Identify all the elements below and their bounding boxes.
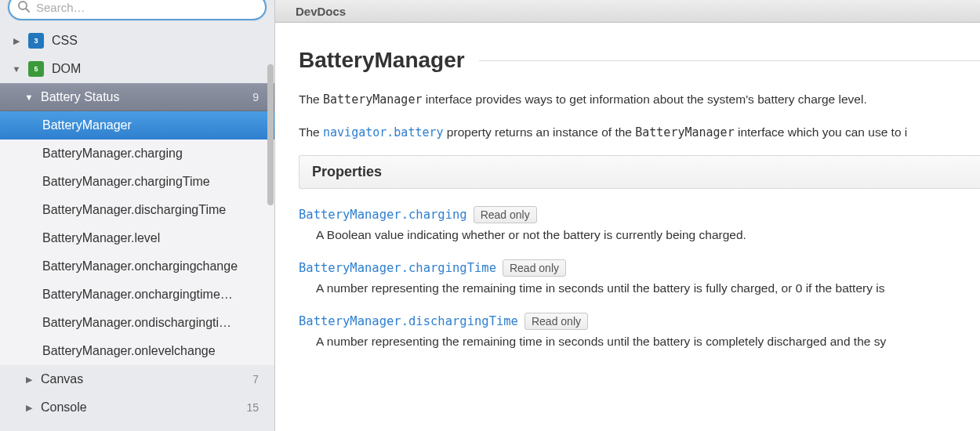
property-link[interactable]: BatteryManager.charging — [299, 208, 467, 222]
text: interface which you can use to i — [735, 125, 908, 139]
code-inline: BatteryManager — [635, 125, 734, 139]
sidebar-item-label: Canvas — [41, 372, 252, 386]
text: The — [299, 125, 323, 139]
text: The — [299, 92, 323, 106]
sidebar-doc-css[interactable]: ▶ 3 CSS — [0, 27, 274, 55]
property-title: BatteryManager.chargingTime Read only — [299, 259, 980, 277]
property-description: A number representing the remaining time… — [316, 335, 980, 349]
content-area: DevDocs BatteryManager The BatteryManage… — [275, 0, 980, 431]
sidebar-item-label: CSS — [52, 34, 274, 48]
search-input[interactable] — [34, 0, 257, 15]
sidebar-entry[interactable]: BatteryManager.chargingTime — [0, 168, 274, 196]
text: property returns an instance of the — [444, 125, 636, 139]
sidebar-item-label: BatteryManager.onchargingtime… — [42, 288, 274, 302]
sidebar-item-label: BatteryManager.dischargingTime — [42, 203, 274, 217]
link-navigator-battery[interactable]: navigator.battery — [323, 125, 444, 139]
text: interface provides ways to get informati… — [422, 92, 866, 106]
sidebar-item-count: 15 — [246, 401, 259, 414]
property-block: BatteryManager.dischargingTime Read only… — [299, 313, 980, 349]
property-title: BatteryManager.dischargingTime Read only — [299, 313, 980, 330]
chevron-down-icon: ▼ — [24, 92, 34, 102]
code-inline: BatteryManager — [323, 92, 422, 107]
sidebar-entry[interactable]: BatteryManager.dischargingTime — [0, 196, 274, 224]
sidebar-tree[interactable]: ▶ 3 CSS ▼ 5 DOM — [0, 27, 274, 431]
sidebar-entry-batterymanager[interactable]: BatteryManager — [0, 111, 274, 139]
property-link[interactable]: BatteryManager.chargingTime — [299, 261, 496, 275]
chevron-down-icon: ▼ — [11, 64, 22, 74]
chevron-right-icon: ▶ — [24, 375, 34, 385]
intro-paragraph-1: The BatteryManager interface provides wa… — [299, 90, 980, 109]
article: BatteryManager The BatteryManager interf… — [275, 23, 980, 431]
sidebar-entry[interactable]: BatteryManager.level — [0, 224, 274, 252]
sidebar-item-label: BatteryManager.ondischargingti… — [42, 316, 274, 330]
property-block: BatteryManager.chargingTime Read only A … — [299, 259, 980, 295]
sidebar-entry[interactable]: BatteryManager.onchargingtime… — [0, 281, 274, 309]
sidebar-item-label: BatteryManager.onlevelchange — [42, 344, 274, 358]
property-link[interactable]: BatteryManager.dischargingTime — [299, 314, 518, 328]
scrollbar-thumb[interactable] — [267, 64, 274, 205]
search-icon — [17, 0, 30, 15]
sidebar-item-label: BatteryManager.onchargingchange — [42, 259, 274, 273]
readonly-badge: Read only — [524, 313, 588, 330]
sidebar-entry[interactable]: BatteryManager.ondischargingti… — [0, 309, 274, 337]
app-window: ▶ 3 CSS ▼ 5 DOM — [0, 0, 980, 431]
chevron-right-icon: ▶ — [11, 36, 22, 46]
sidebar-entry[interactable]: BatteryManager.onchargingchange — [0, 252, 274, 281]
sidebar-item-label: BatteryManager.charging — [42, 147, 274, 161]
svg-text:5: 5 — [34, 65, 38, 73]
search-box[interactable] — [8, 0, 267, 20]
sidebar-item-label: DOM — [52, 62, 274, 76]
css-shield-icon: 3 — [28, 33, 44, 49]
breadcrumb: DevDocs — [296, 5, 346, 18]
sidebar-item-label: Battery Status — [41, 90, 252, 104]
chevron-right-icon: ▶ — [24, 403, 34, 413]
property-title: BatteryManager.charging Read only — [299, 206, 980, 223]
section-header-properties: Properties — [299, 155, 980, 189]
search-container — [0, 0, 274, 27]
sidebar-entry[interactable]: BatteryManager.charging — [0, 139, 274, 168]
page-title-text: BatteryManager — [299, 48, 465, 73]
sidebar-category-canvas[interactable]: ▶ Canvas 7 — [0, 365, 274, 393]
sidebar-item-label: Console — [41, 400, 246, 415]
property-description: A number representing the remaining time… — [316, 281, 980, 295]
topbar: DevDocs — [275, 0, 980, 23]
readonly-badge: Read only — [503, 259, 566, 277]
sidebar: ▶ 3 CSS ▼ 5 DOM — [0, 0, 275, 431]
svg-line-1 — [26, 9, 29, 12]
intro-paragraph-2: The navigator.battery property returns a… — [299, 123, 980, 142]
dom-shield-icon: 5 — [28, 61, 44, 77]
sidebar-item-label: BatteryManager — [42, 118, 274, 132]
readonly-badge: Read only — [474, 206, 537, 223]
sidebar-category-battery-status[interactable]: ▼ Battery Status 9 — [0, 83, 274, 111]
sidebar-item-count: 9 — [252, 91, 259, 103]
property-block: BatteryManager.charging Read only A Bool… — [299, 206, 980, 242]
sidebar-item-count: 7 — [252, 373, 259, 386]
sidebar-item-label: BatteryManager.chargingTime — [42, 175, 274, 189]
sidebar-item-label: BatteryManager.level — [42, 231, 274, 245]
sidebar-category-console[interactable]: ▶ Console 15 — [0, 393, 274, 422]
property-description: A Boolean value indicating whether or no… — [316, 228, 980, 242]
sidebar-entry[interactable]: BatteryManager.onlevelchange — [0, 337, 274, 365]
page-title: BatteryManager — [299, 48, 980, 73]
sidebar-doc-dom[interactable]: ▼ 5 DOM — [0, 55, 274, 83]
svg-text:3: 3 — [34, 37, 38, 45]
